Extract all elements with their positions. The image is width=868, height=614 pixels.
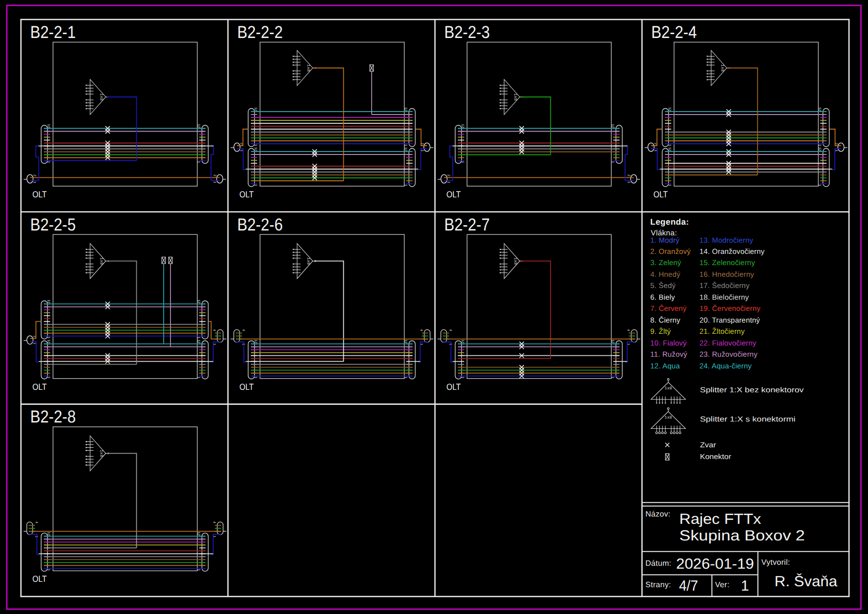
svg-text:1: 1 (242, 343, 245, 345)
svg-text:1: 1 (461, 377, 464, 379)
svg-text:1: 1 (197, 569, 200, 571)
svg-text:1x8: 1x8 (306, 257, 311, 265)
svg-text:Splitter 1:X bez konektorov: Splitter 1:X bez konektorov (700, 386, 804, 394)
svg-text:9. Žltý: 9. Žltý (650, 327, 671, 336)
svg-text:4. Hnedý: 4. Hnedý (650, 270, 680, 279)
svg-text:2: 2 (627, 174, 630, 176)
svg-text:1: 1 (611, 161, 614, 163)
svg-text:1: 1 (47, 377, 50, 379)
svg-text:4: 4 (212, 521, 216, 523)
svg-text:16. Hnedočierny: 16. Hnedočierny (699, 270, 755, 279)
svg-text:Názov:: Názov: (645, 510, 671, 518)
svg-text:1: 1 (47, 569, 50, 571)
svg-text:12: 12 (254, 107, 257, 111)
svg-text:OLT: OLT (33, 574, 47, 584)
svg-text:B2-2-7: B2-2-7 (444, 215, 490, 234)
svg-text:22. Fialovočierny: 22. Fialovočierny (699, 339, 756, 347)
svg-text:1: 1 (741, 578, 749, 594)
svg-text:1: 1 (197, 377, 200, 379)
svg-text:2: 2 (33, 336, 36, 338)
svg-text:1: 1 (404, 144, 407, 146)
svg-text:1: 1 (654, 150, 657, 152)
svg-text:15. Zelenočierny: 15. Zelenočierny (699, 259, 755, 267)
svg-text:2. Oranžový: 2. Oranžový (650, 248, 691, 256)
svg-text:OLT: OLT (654, 190, 668, 199)
svg-text:B2-2-6: B2-2-6 (237, 215, 283, 234)
svg-text:19. Červenočierny: 19. Červenočierny (699, 304, 760, 313)
svg-text:3. Zelený: 3. Zelený (650, 259, 681, 267)
svg-text:2: 2 (447, 174, 450, 176)
svg-text:Strany:: Strany: (645, 581, 671, 589)
svg-text:12: 12 (404, 147, 407, 151)
svg-text:Legenda:: Legenda: (650, 217, 689, 227)
svg-text:12: 12 (47, 532, 50, 536)
svg-text:12: 12 (611, 340, 614, 344)
svg-text:Ver:: Ver: (715, 581, 730, 589)
svg-text:1x8: 1x8 (306, 64, 311, 72)
svg-text:12: 12 (47, 300, 50, 304)
svg-text:12: 12 (197, 124, 200, 128)
svg-text:12: 12 (818, 147, 821, 151)
svg-text:24. Aqua-čierny: 24. Aqua-čierny (699, 362, 752, 370)
svg-text:1x8: 1x8 (720, 64, 725, 72)
svg-text:13. Modročierny: 13. Modročierny (699, 236, 754, 245)
svg-text:12: 12 (47, 124, 50, 128)
svg-text:B2-2-8: B2-2-8 (30, 407, 76, 426)
svg-text:B2-2-5: B2-2-5 (30, 215, 76, 234)
svg-text:7. Červený: 7. Červený (650, 304, 687, 313)
svg-text:1: 1 (818, 144, 821, 146)
svg-text:12: 12 (461, 124, 464, 128)
svg-text:1: 1 (254, 377, 257, 379)
svg-text:1: 1 (404, 184, 407, 186)
svg-text:4: 4 (242, 329, 245, 331)
svg-text:1: 1 (611, 377, 614, 379)
svg-text:1. Modrý: 1. Modrý (650, 236, 679, 245)
svg-text:OLT: OLT (33, 382, 47, 392)
svg-text:1: 1 (213, 181, 216, 183)
svg-text:B2-2-2: B2-2-2 (237, 22, 283, 42)
svg-text:1: 1 (254, 184, 257, 186)
svg-text:1: 1 (627, 181, 630, 183)
svg-text:OLT: OLT (33, 190, 47, 199)
svg-text:12: 12 (668, 107, 671, 111)
svg-text:OLT: OLT (447, 382, 461, 392)
svg-text:18. Bieločierny: 18. Bieločierny (699, 293, 749, 302)
svg-text:B2-2-1: B2-2-1 (30, 22, 76, 42)
svg-text:1x8: 1x8 (513, 93, 518, 100)
svg-text:5. Šedý: 5. Šedý (650, 281, 676, 290)
svg-text:1: 1 (254, 144, 257, 146)
svg-text:1x8: 1x8 (664, 386, 672, 391)
svg-text:4: 4 (626, 329, 630, 331)
svg-text:1: 1 (197, 337, 200, 339)
svg-text:Skupina Boxov 2: Skupina Boxov 2 (679, 528, 805, 544)
svg-text:12: 12 (404, 340, 407, 344)
svg-text:B2-2-3: B2-2-3 (444, 22, 490, 42)
svg-text:12. Aqua: 12. Aqua (650, 362, 680, 370)
svg-text:Konektor: Konektor (700, 453, 731, 461)
svg-text:1: 1 (449, 343, 452, 345)
svg-text:OLT: OLT (240, 190, 254, 199)
svg-text:1x8: 1x8 (99, 257, 104, 265)
svg-text:12: 12 (197, 300, 200, 304)
svg-text:20. Transparentný: 20. Transparentný (699, 316, 760, 325)
svg-text:1: 1 (240, 150, 243, 152)
svg-text:4: 4 (35, 521, 38, 523)
svg-text:8. Čierny: 8. Čierny (650, 316, 680, 325)
svg-text:14. Oranžovočierny: 14. Oranžovočierny (699, 248, 765, 256)
svg-text:6. Biely: 6. Biely (650, 293, 675, 302)
svg-text:1: 1 (447, 181, 450, 183)
svg-text:1: 1 (197, 161, 200, 163)
svg-text:Vytvoril:: Vytvoril: (761, 558, 790, 567)
svg-text:4: 4 (419, 329, 423, 331)
svg-text:1: 1 (668, 144, 671, 146)
svg-text:12: 12 (197, 532, 200, 536)
svg-text:12: 12 (254, 340, 257, 344)
svg-text:B2-2-4: B2-2-4 (651, 22, 697, 42)
svg-text:1x8: 1x8 (99, 93, 104, 100)
svg-text:12: 12 (254, 147, 257, 151)
svg-text:1: 1 (818, 184, 821, 186)
svg-text:12: 12 (404, 107, 407, 111)
svg-text:2: 2 (654, 143, 657, 145)
svg-text:12: 12 (197, 340, 200, 344)
svg-text:11. Ružový: 11. Ružový (650, 350, 687, 359)
